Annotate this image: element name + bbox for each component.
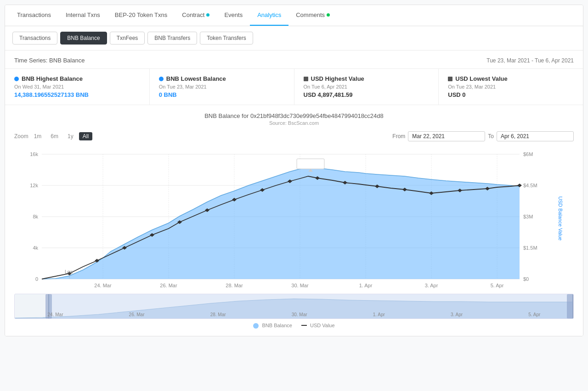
y-axis-right: $6M $4.5M $3M $1.5M $0 xyxy=(523,151,537,282)
stat-bnb-highest-date: On Wed 31, Mar 2021 xyxy=(14,84,140,89)
sub-tab-bnb-balance[interactable]: BNB Balance xyxy=(60,32,107,45)
zoom-label: Zoom xyxy=(14,133,28,140)
nav-tab-transactions[interactable]: Transactions xyxy=(10,5,58,26)
stat-bnb-highest-label: BNB Highest Balance xyxy=(14,75,140,82)
svg-text:26. Mar: 26. Mar xyxy=(160,283,177,288)
ts-header: Time Series: BNB Balance Tue 23, Mar 202… xyxy=(5,50,583,68)
sub-tab-txnfees[interactable]: TxnFees xyxy=(110,32,145,45)
stat-usd-highest-value: USD 4,897,481.59 xyxy=(304,91,430,98)
stat-usd-lowest-label: USD Lowest Value xyxy=(448,75,574,82)
legend-usd: USD Value xyxy=(301,323,335,329)
stat-usd-highest: USD Highest Value On Tue 6, Apr 2021 USD… xyxy=(294,69,439,105)
chart-legend: BNB Balance USD Value xyxy=(14,323,574,329)
zoom-controls: Zoom 1m 6m 1y All xyxy=(14,132,92,140)
contract-label: Contract xyxy=(182,11,204,18)
svg-text:8k: 8k xyxy=(33,214,38,219)
date-range-controls: From To xyxy=(392,131,574,141)
legend-bnb: BNB Balance xyxy=(253,323,292,329)
sub-tab-bnb-transfers[interactable]: BNB Transfers xyxy=(147,32,197,45)
to-label: To xyxy=(488,133,494,140)
nav-tab-bep20[interactable]: BEP-20 Token Txns xyxy=(107,5,175,26)
nav-selected-range xyxy=(48,294,573,318)
zoom-1y[interactable]: 1y xyxy=(64,132,77,140)
stat-bnb-lowest-date: On Tue 23, Mar 2021 xyxy=(159,84,285,89)
stat-usd-highest-label: USD Highest Value xyxy=(304,75,430,82)
comments-label: Comments xyxy=(296,11,325,18)
svg-text:0: 0 xyxy=(35,276,38,282)
top-nav: Transactions Internal Txns BEP-20 Token … xyxy=(5,5,583,26)
ts-range: Tue 23, Mar 2021 - Tue 6, Apr 2021 xyxy=(486,57,574,64)
stat-usd-lowest: USD Lowest Value On Tue 23, Mar 2021 USD… xyxy=(439,69,583,105)
stat-bnb-lowest-value: 0 BNB xyxy=(159,91,285,98)
from-label: From xyxy=(392,133,405,140)
tooltip-box xyxy=(297,159,324,169)
bnb-highest-indicator xyxy=(14,77,19,81)
svg-text:$0: $0 xyxy=(523,276,529,282)
chart-svg-wrapper: 16k 12k 8k 4k 0 $6M $4.5 xyxy=(14,145,574,292)
bnb-lowest-indicator xyxy=(159,77,164,81)
stat-bnb-highest-value: 14,388.196552527133 BNB xyxy=(14,91,140,98)
legend-usd-icon xyxy=(301,325,307,326)
nav-tab-internal-txns[interactable]: Internal Txns xyxy=(58,5,107,26)
contract-dot xyxy=(206,13,209,17)
legend-bnb-icon xyxy=(253,323,259,329)
nav-tab-events[interactable]: Events xyxy=(217,5,250,26)
stat-usd-lowest-date: On Tue 23, Mar 2021 xyxy=(448,84,574,89)
svg-text:3. Apr: 3. Apr xyxy=(425,283,438,288)
zoom-6m[interactable]: 6m xyxy=(47,132,62,140)
sub-tab-transactions[interactable]: Transactions xyxy=(12,32,57,45)
from-date-input[interactable] xyxy=(408,131,485,141)
svg-text:24. Mar: 24. Mar xyxy=(94,283,112,288)
stat-bnb-highest: BNB Highest Balance On Wed 31, Mar 2021 … xyxy=(5,69,150,105)
nav-tab-analytics[interactable]: Analytics xyxy=(250,5,288,26)
to-date-input[interactable] xyxy=(497,131,574,141)
nav-tab-contract[interactable]: Contract xyxy=(175,5,217,26)
chart-container: BNB Balance for 0x21bf948f3dc730e999e54f… xyxy=(5,105,583,336)
zoom-1m[interactable]: 1m xyxy=(30,132,45,140)
low-label: Low xyxy=(65,269,74,274)
svg-text:5. Apr: 5. Apr xyxy=(491,283,504,288)
sub-nav: Transactions BNB Balance TxnFees BNB Tra… xyxy=(5,26,583,50)
stat-bnb-lowest: BNB Lowest Balance On Tue 23, Mar 2021 0… xyxy=(150,69,294,105)
chart-title: BNB Balance for 0x21bf948f3dc730e999e54f… xyxy=(14,112,574,119)
sub-tab-token-transfers[interactable]: Token Transfers xyxy=(200,32,253,45)
y-axis-right-title: USD Balance Value xyxy=(558,196,563,240)
nav-right-handle[interactable] xyxy=(567,294,573,318)
stat-bnb-lowest-label: BNB Lowest Balance xyxy=(159,75,285,82)
svg-text:$1.5M: $1.5M xyxy=(523,245,537,251)
svg-text:$4.5M: $4.5M xyxy=(523,183,537,188)
svg-text:30. Mar: 30. Mar xyxy=(291,283,309,288)
svg-text:28. Mar: 28. Mar xyxy=(226,283,243,288)
svg-text:$3M: $3M xyxy=(523,214,533,219)
chart-source: Source: BscScan.com xyxy=(14,120,574,126)
chart-svg[interactable]: 16k 12k 8k 4k 0 $6M $4.5 xyxy=(14,145,565,292)
chart-controls: Zoom 1m 6m 1y All From To xyxy=(14,131,574,141)
nav-left-handle[interactable] xyxy=(45,294,52,318)
svg-text:12k: 12k xyxy=(30,183,38,188)
svg-text:1. Apr: 1. Apr xyxy=(359,283,373,288)
nav-tab-comments[interactable]: Comments xyxy=(288,5,337,26)
svg-text:$6M: $6M xyxy=(523,151,533,157)
zoom-all[interactable]: All xyxy=(79,132,92,140)
stats-row: BNB Highest Balance On Wed 31, Mar 2021 … xyxy=(5,68,583,105)
svg-text:16k: 16k xyxy=(30,151,38,157)
stat-usd-highest-date: On Tue 6, Apr 2021 xyxy=(304,84,430,89)
usd-lowest-indicator xyxy=(448,77,452,81)
svg-text:4k: 4k xyxy=(33,245,38,251)
navigator[interactable]: 24. Mar 26. Mar 28. Mar 30. Mar 1. Apr 3… xyxy=(14,294,574,319)
ts-title: Time Series: BNB Balance xyxy=(14,57,85,64)
x-axis-labels: 24. Mar 26. Mar 28. Mar 30. Mar 1. Apr 3… xyxy=(94,283,503,288)
stat-usd-lowest-value: USD 0 xyxy=(448,91,574,98)
page-wrapper: Transactions Internal Txns BEP-20 Token … xyxy=(5,5,583,336)
comments-dot xyxy=(327,13,330,17)
usd-highest-indicator xyxy=(304,77,308,81)
